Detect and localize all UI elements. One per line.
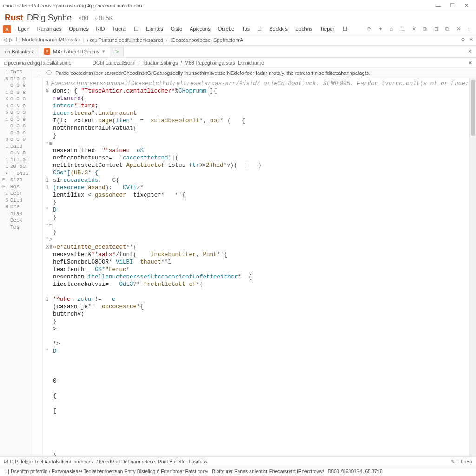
breadcrumb-seg[interactable]: IGoateanbotlbose xyxy=(170,37,211,43)
code-line[interactable] xyxy=(46,363,469,370)
tabstrip-close-button[interactable]: ✕ xyxy=(463,46,476,57)
gutter-line[interactable]: O 0 8 xyxy=(0,123,33,130)
code-line[interactable]: '> xyxy=(46,236,469,244)
breadcrumb-seg[interactable]: ☐ ModelatumanauMCeeske xyxy=(16,37,80,43)
editor-tab[interactable]: E MArdiabect IDtarcns ▾ xyxy=(39,46,110,57)
code-line[interactable]: CSo*[(UB.S*'{ xyxy=(46,169,469,177)
chevron-down-icon[interactable]: ▾ xyxy=(102,48,105,54)
gutter-line[interactable]: HOre xyxy=(0,204,33,211)
code-line[interactable] xyxy=(46,355,469,363)
code-line[interactable]: neseatnitted "'satueu oS xyxy=(46,147,469,154)
code-line[interactable] xyxy=(46,422,469,430)
gutter-line[interactable]: O N 5 xyxy=(0,150,33,157)
subheader-crumb[interactable]: M63 Repegtioingarsors xyxy=(185,60,235,66)
menu-item[interactable]: Cisto xyxy=(167,25,186,33)
menu-item[interactable]: Tueral xyxy=(108,25,130,33)
code-line[interactable]: l slreccadeatds: C{ xyxy=(46,177,469,184)
code-line[interactable]: retanurd{ xyxy=(46,95,469,102)
code-line[interactable]: } xyxy=(46,229,469,236)
gutter-line[interactable]: Bcok xyxy=(0,217,33,224)
code-line[interactable]: neftetntbetuucse= 'caccesttetrnd'|( xyxy=(46,154,469,162)
menubar-action-icon[interactable]: ⧉ xyxy=(443,26,451,32)
menu-extra-icon[interactable]: ☐ xyxy=(339,25,351,33)
menu-item[interactable]: Tos xyxy=(238,25,253,33)
breadcrumb-seg[interactable]: SppfractonrA xyxy=(213,37,243,43)
code-line[interactable]: hefLSonebeLO8OOR* ViLBI thauet*°l xyxy=(46,258,469,266)
code-line[interactable]: } xyxy=(46,452,469,456)
code-line[interactable]: I(i; ×xtent page(iten* = sutadbseotonit*… xyxy=(46,117,469,125)
status-item[interactable]: Bloftsurer Fanas anienticr Ebecarsretrt … xyxy=(212,469,324,474)
code-line[interactable]: } xyxy=(46,132,469,139)
code-line[interactable]: ' D xyxy=(46,206,469,214)
toolbar-settings-icon[interactable]: ⚙ xyxy=(461,37,465,43)
gutter-line[interactable]: 5O 0 S xyxy=(0,109,33,116)
subheader-crumb[interactable]: liduatuntsbbings xyxy=(143,60,178,66)
code-line[interactable] xyxy=(46,333,469,340)
gutter-line[interactable]: IEeor xyxy=(0,190,33,197)
code-line[interactable]: notthrnentberalOFvatuat{ xyxy=(46,125,469,132)
code-line[interactable] xyxy=(46,385,469,392)
code-line[interactable]: ¥dons; { "TtdseAnticr.cæntatliocher*%CHo… xyxy=(46,87,469,95)
run-tab[interactable]: ▷ xyxy=(110,46,124,57)
window-maximize-button[interactable]: ☐ xyxy=(445,2,459,8)
code-line[interactable]: Teactenth GS*"Lerucʳ xyxy=(46,266,469,273)
code-line[interactable]: } xyxy=(46,214,469,221)
gutter-line[interactable]: O 0 9 xyxy=(0,130,33,137)
code-line[interactable] xyxy=(46,444,469,452)
code-line[interactable]: ' D xyxy=(46,348,469,355)
code-line[interactable]: buttrehv; xyxy=(46,311,469,318)
code-line[interactable]: { xyxy=(46,392,469,400)
gutter-line[interactable]: 4O N 9 xyxy=(0,103,33,110)
code-line[interactable]: netEtntesteltContuet Apiatiuctof Lotus f… xyxy=(46,162,469,169)
code-line[interactable]: nesenthtn'itellenuctenersseiLtccocoricot… xyxy=(46,273,469,281)
code-line[interactable]: 1FoeconsinursersopnonalfDkesectcthotrett… xyxy=(46,80,469,87)
menubar-action-icon[interactable]: ⊞ xyxy=(432,26,440,32)
footer-edit-icon[interactable]: ✎ ≡ FbBa xyxy=(451,459,472,464)
gutter-line[interactable]: KO 0 0 xyxy=(0,96,33,103)
window-close-button[interactable]: ✕ xyxy=(459,2,473,8)
gutter-line[interactable]: 1D 0 8 xyxy=(0,89,33,96)
vertical-scrollbar[interactable] xyxy=(469,78,476,456)
code-line[interactable]: 0 xyxy=(46,377,469,385)
code-line[interactable] xyxy=(46,430,469,437)
gutter-line[interactable]: 1IhIS xyxy=(0,69,33,76)
gutter-line[interactable]: SOled xyxy=(0,197,33,204)
gutter-line[interactable]: 5B'O 9 xyxy=(0,76,33,83)
gutter-line[interactable]: 11fl.0i xyxy=(0,157,33,164)
code-line[interactable]: } xyxy=(46,318,469,325)
menu-item[interactable]: Opurnes xyxy=(65,25,92,33)
code-line[interactable]: l (reaonene'ásand): CVIlz* xyxy=(46,184,469,192)
menu-item[interactable]: RID xyxy=(93,25,109,33)
code-line[interactable]: '> xyxy=(46,340,469,348)
subheader-crumb[interactable]: DGbl EanecatBienn xyxy=(93,60,135,66)
menubar-action-icon[interactable]: ≡ xyxy=(466,26,473,32)
gutter-line[interactable]: 120 6015 xyxy=(0,163,33,170)
code-line[interactable]: > xyxy=(46,325,469,333)
code-line[interactable]: I '^uheר zctu != e xyxy=(46,296,469,303)
menubar-action-icon[interactable]: ✕ xyxy=(410,26,417,32)
menubar-action-icon[interactable]: ✕ xyxy=(455,26,462,32)
menu-item[interactable]: Egen xyxy=(14,25,33,33)
menu-item[interactable]: Tieper xyxy=(316,25,338,33)
window-minimize-button[interactable]: — xyxy=(431,3,445,8)
code-line[interactable]: lentiliux < gassoheer tixepter* ʳ'{ xyxy=(46,192,469,199)
gutter-line[interactable]: 1DaIB xyxy=(0,143,33,150)
code-line[interactable]: (casasnije*' oococesrce*{ xyxy=(46,303,469,311)
menubar-action-icon[interactable]: ☐ xyxy=(399,26,406,32)
gutter-line[interactable]: ▸≡ BNIG xyxy=(0,170,33,177)
code-line[interactable]: [ xyxy=(46,407,469,415)
subheader-crumb[interactable]: Etnnichunre xyxy=(238,60,264,66)
nav-back-button[interactable]: ◁ xyxy=(3,37,7,43)
menubar-action-icon[interactable]: ✦ xyxy=(377,26,384,32)
code-line[interactable]: ·≣ xyxy=(46,221,469,229)
menubar-action-icon[interactable]: ⟳ xyxy=(365,26,373,32)
app-icon[interactable]: A xyxy=(3,25,11,33)
code-line[interactable]: iccerstoena".inatmracunt xyxy=(46,110,469,117)
status-item[interactable]: □ | Dsenft:n pofsrdin / Exzvorasleae/ Te… xyxy=(4,469,208,474)
code-line[interactable] xyxy=(46,437,469,444)
gutter-line[interactable]: F.Ros xyxy=(0,184,33,191)
scrollbar-thumb[interactable] xyxy=(471,80,475,136)
breadcrumb-seg[interactable]: / oruiPuntund codfuintbonksasred xyxy=(87,37,163,43)
code-line[interactable]: lieetucnckatvsi= OdL3?* fretntletatt oF*… xyxy=(46,281,469,288)
menu-item[interactable]: Oulebe xyxy=(214,25,238,33)
